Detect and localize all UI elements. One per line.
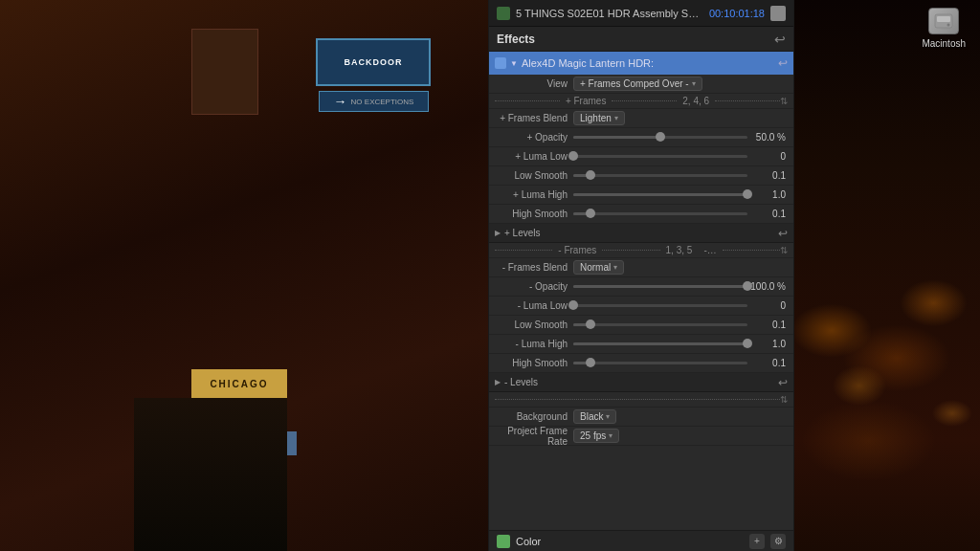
luma-high-plus-value: 1.0 xyxy=(747,189,786,200)
effects-header: Effects ↩ xyxy=(489,27,793,52)
add-icon[interactable]: + xyxy=(749,534,765,549)
opacity-minus-value: 100.0 % xyxy=(747,281,786,292)
high-smooth-plus-slider[interactable] xyxy=(573,212,747,215)
low-smooth-minus-label: Low Smooth xyxy=(497,320,573,330)
frames-blend-minus-dropdown[interactable]: Normal ▾ xyxy=(573,260,624,275)
frames-minus-value: 1, 3, 5 xyxy=(660,245,699,255)
view-dropdown[interactable]: + Frames Comped Over - ▾ xyxy=(573,77,702,91)
levels-minus-reset-icon[interactable]: ↩ xyxy=(778,376,788,389)
luma-low-minus-slider[interactable] xyxy=(573,304,747,307)
color-label: Color xyxy=(516,536,744,547)
luma-high-minus-row: - Luma High 1.0 xyxy=(489,335,793,354)
levels-minus-label: - Levels xyxy=(504,377,778,387)
plugin-row[interactable]: ▼ Alex4D Magic Lantern HDR: ↩ xyxy=(489,52,793,75)
levels-minus-section[interactable]: ▶ - Levels ↩ xyxy=(489,373,793,392)
plugin-enable-checkbox[interactable] xyxy=(495,57,506,69)
frames-blend-plus-dropdown[interactable]: Lighten ▾ xyxy=(573,111,625,125)
luma-low-plus-slider[interactable] xyxy=(573,155,747,158)
high-smooth-minus-value: 0.1 xyxy=(747,358,786,368)
plugin-expand-icon[interactable]: ▼ xyxy=(510,59,518,68)
low-smooth-plus-value: 0.1 xyxy=(747,170,786,181)
effects-panel: 5 THINGS S02E01 HDR Assembly Shoo... 00:… xyxy=(488,0,794,551)
backdoor-text: BACKDOOR xyxy=(345,57,403,67)
plugin-reset-icon[interactable]: ↩ xyxy=(778,56,788,70)
frames-blend-plus-value: Lighten xyxy=(580,113,612,123)
desktop: Macintosh xyxy=(794,0,980,551)
video-preview: BACKDOOR → NO EXCEPTIONS CHICAGO OUTATIM… xyxy=(0,0,488,551)
frames-blend-minus-value: Normal xyxy=(580,262,611,273)
panel-content[interactable]: View + Frames Comped Over - ▾ + Frames 2… xyxy=(489,75,793,530)
luma-high-minus-slider[interactable] xyxy=(573,342,747,345)
frames-blend-plus-row: + Frames Blend Lighten ▾ xyxy=(489,109,793,128)
city-lights xyxy=(794,0,980,551)
hdd-drive-icon xyxy=(928,8,959,34)
macintosh-hd-icon[interactable]: Macintosh xyxy=(922,8,966,49)
film-clip-icon xyxy=(497,7,510,20)
title-bar: 5 THINGS S02E01 HDR Assembly Shoo... 00:… xyxy=(489,0,793,27)
svg-point-2 xyxy=(947,24,950,27)
background-value: Black xyxy=(580,411,603,422)
gear-icon[interactable]: ⚙ xyxy=(770,534,786,549)
project-frame-rate-label: Project Frame Rate xyxy=(497,426,573,447)
high-smooth-minus-row: High Smooth 0.1 xyxy=(489,354,793,373)
opacity-minus-slider[interactable] xyxy=(573,285,747,288)
background-label: Background xyxy=(497,411,573,422)
frames-plus-text: + Frames xyxy=(560,96,612,106)
macintosh-label: Macintosh xyxy=(922,38,966,49)
bottom-arrows[interactable]: ⇅ xyxy=(780,394,788,405)
svg-rect-1 xyxy=(937,16,950,22)
frames-plus-separator: + Frames 2, 4, 6 ⇅ xyxy=(489,94,793,109)
color-row[interactable]: Color + ⚙ xyxy=(489,530,793,551)
low-smooth-plus-label: Low Smooth xyxy=(497,170,573,181)
opacity-plus-label: + Opacity xyxy=(497,132,573,143)
luma-low-plus-value: 0 xyxy=(747,151,786,162)
frames-blend-plus-label: + Frames Blend xyxy=(497,113,573,123)
high-smooth-plus-value: 0.1 xyxy=(747,209,786,219)
effects-reset-icon[interactable]: ↩ xyxy=(774,32,786,47)
levels-plus-label: + Levels xyxy=(504,228,778,238)
frames-blend-minus-row: - Frames Blend Normal ▾ xyxy=(489,258,793,277)
frames-minus-text: - Frames xyxy=(552,245,602,255)
project-frame-rate-value: 25 fps xyxy=(580,430,606,441)
luma-high-plus-row: + Luma High 1.0 xyxy=(489,186,793,205)
frames-minus-dash: -… xyxy=(698,245,722,255)
low-smooth-minus-row: Low Smooth 0.1 xyxy=(489,316,793,335)
frames-minus-arrows[interactable]: ⇅ xyxy=(780,245,788,255)
high-smooth-minus-label: High Smooth xyxy=(497,358,573,368)
hdd-icon xyxy=(770,6,786,21)
project-frame-rate-row: Project Frame Rate 25 fps ▾ xyxy=(489,427,793,446)
high-smooth-minus-slider[interactable] xyxy=(573,362,747,364)
chicago-sign: CHICAGO xyxy=(191,369,287,398)
opacity-minus-row: - Opacity 100.0 % xyxy=(489,277,793,297)
opacity-plus-slider[interactable] xyxy=(573,136,747,139)
background-row: Background Black ▾ xyxy=(489,408,793,427)
no-exceptions-sign: → NO EXCEPTIONS xyxy=(319,91,429,112)
levels-plus-reset-icon[interactable]: ↩ xyxy=(778,227,788,240)
project-frame-rate-dropdown[interactable]: 25 fps ▾ xyxy=(573,429,619,443)
effects-title: Effects xyxy=(497,33,774,46)
color-module-icon xyxy=(497,535,510,548)
luma-high-minus-label: - Luma High xyxy=(497,339,573,349)
opacity-plus-row: + Opacity 50.0 % xyxy=(489,128,793,147)
frames-plus-value: 2, 4, 6 xyxy=(677,96,715,106)
luma-high-plus-slider[interactable] xyxy=(573,193,747,196)
luma-low-minus-value: 0 xyxy=(747,300,786,311)
high-smooth-plus-row: High Smooth 0.1 xyxy=(489,205,793,224)
luma-low-minus-label: - Luma Low xyxy=(497,300,573,311)
low-smooth-minus-value: 0.1 xyxy=(747,320,786,330)
view-row: View + Frames Comped Over - ▾ xyxy=(489,75,793,94)
no-exceptions-text: NO EXCEPTIONS xyxy=(351,98,414,106)
luma-high-plus-label: + Luma High xyxy=(497,189,573,200)
luma-low-plus-row: + Luma Low 0 xyxy=(489,147,793,166)
low-smooth-plus-slider[interactable] xyxy=(573,174,747,177)
luma-low-plus-label: + Luma Low xyxy=(497,151,573,162)
background-dropdown[interactable]: Black ▾ xyxy=(573,409,616,424)
frames-minus-separator: - Frames 1, 3, 5 -… ⇅ xyxy=(489,243,793,258)
luma-low-minus-row: - Luma Low 0 xyxy=(489,297,793,316)
low-smooth-plus-row: Low Smooth 0.1 xyxy=(489,166,793,186)
low-smooth-minus-slider[interactable] xyxy=(573,323,747,326)
plugin-name: Alex4D Magic Lantern HDR: xyxy=(522,57,774,69)
frames-plus-arrows[interactable]: ⇅ xyxy=(780,96,788,106)
levels-plus-section[interactable]: ▶ + Levels ↩ xyxy=(489,224,793,243)
bottom-separator: ⇅ xyxy=(489,392,793,408)
